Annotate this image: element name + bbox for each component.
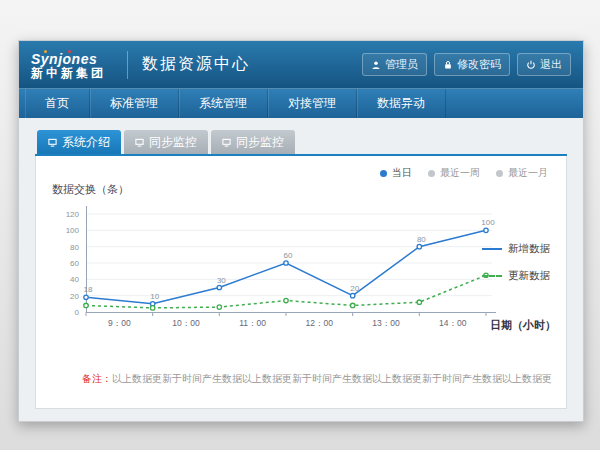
svg-text:60: 60 — [284, 251, 293, 260]
power-icon — [526, 60, 536, 70]
tab-monitor-icon — [48, 138, 57, 147]
logo: Synjones 新中新集团 — [31, 51, 113, 81]
admin-user-button[interactable]: 管理员 — [362, 53, 427, 76]
svg-text:30: 30 — [217, 276, 226, 285]
legend-dot-icon — [380, 170, 387, 177]
header-divider — [127, 51, 128, 79]
series-legend-item-2[interactable]: 更新数据 — [482, 269, 558, 283]
period-legend-label: 当日 — [392, 166, 412, 180]
svg-text:9：00: 9：00 — [108, 318, 131, 328]
period-legend: 当日最近一周最近一月 — [380, 166, 548, 180]
series-legend-item-1[interactable]: 新增数据 — [482, 242, 558, 256]
tab-1[interactable]: 系统介绍 — [37, 130, 121, 154]
nav-item-2[interactable]: 标准管理 — [90, 89, 179, 118]
svg-text:80: 80 — [417, 235, 426, 244]
line-chart: 0204060801001209：0010：0011：0012：0013：001… — [46, 200, 516, 350]
tab-monitor-icon — [135, 138, 144, 147]
app-title: 数据资源中心 — [142, 54, 250, 75]
logo-dot-red-icon — [68, 50, 71, 53]
svg-text:14：00: 14：00 — [439, 318, 467, 328]
header-actions: 管理员 修改密码 退出 — [362, 53, 571, 76]
nav-item-1[interactable]: 首页 — [25, 89, 90, 118]
series-legend: 新增数据更新数据 — [482, 242, 558, 296]
footnote-text: 以上数据更新于时间产生数据以上数据更新于时间产生数据以上数据更新于时间产生数据以… — [112, 373, 552, 384]
logout-button[interactable]: 退出 — [517, 53, 571, 76]
logo-text-en: Synjones — [31, 51, 113, 67]
nav-item-3[interactable]: 系统管理 — [179, 89, 268, 118]
period-legend-item-3[interactable]: 最近一月 — [496, 166, 548, 180]
x-axis-label: 日期（小时） — [490, 318, 556, 333]
period-legend-item-1[interactable]: 当日 — [380, 166, 412, 180]
period-legend-label: 最近一周 — [440, 166, 480, 180]
nav-item-5[interactable]: 数据异动 — [357, 89, 446, 118]
change-password-button[interactable]: 修改密码 — [434, 53, 510, 76]
svg-text:13：00: 13：00 — [372, 318, 400, 328]
series-legend-label: 更新数据 — [508, 269, 550, 283]
chart-panel: 当日最近一周最近一月 数据交换（条） 0204060801001209：0010… — [35, 156, 567, 409]
desktop: { "header": { "logo_line1": "Synjones", … — [0, 0, 600, 450]
tab-3[interactable]: 同步监控 — [211, 130, 295, 154]
tab-label: 同步监控 — [149, 134, 197, 151]
logout-label: 退出 — [540, 57, 562, 72]
footnote: 备注：以上数据更新于时间产生数据以上数据更新于时间产生数据以上数据更新于时间产生… — [82, 372, 552, 386]
svg-text:12：00: 12：00 — [306, 318, 334, 328]
period-legend-label: 最近一月 — [508, 166, 548, 180]
svg-text:11：00: 11：00 — [239, 318, 266, 328]
period-legend-item-2[interactable]: 最近一周 — [428, 166, 480, 180]
legend-dot-icon — [428, 170, 435, 177]
svg-text:60: 60 — [70, 259, 79, 268]
svg-text:10: 10 — [150, 292, 159, 301]
svg-text:80: 80 — [70, 243, 79, 252]
series-line-sample-icon — [482, 275, 502, 277]
svg-text:20: 20 — [350, 284, 359, 293]
series-legend-label: 新增数据 — [508, 242, 550, 256]
chart-title: 数据交换（条） — [52, 182, 129, 197]
app-header: Synjones 新中新集团 数据资源中心 管理员 修改密码 退出 — [19, 41, 583, 88]
series-line-1 — [86, 230, 486, 304]
tab-label: 同步监控 — [236, 134, 284, 151]
svg-text:0: 0 — [75, 308, 80, 317]
main-nav: 首页标准管理系统管理对接管理数据异动 — [19, 88, 583, 118]
content-area: 系统介绍同步监控同步监控 当日最近一周最近一月 数据交换（条） 02040608… — [19, 118, 583, 409]
svg-text:20: 20 — [70, 292, 79, 301]
user-icon — [371, 60, 381, 70]
nav-item-4[interactable]: 对接管理 — [268, 89, 357, 118]
svg-text:10：00: 10：00 — [172, 318, 200, 328]
tab-bar: 系统介绍同步监控同步监控 — [35, 130, 567, 156]
svg-text:100: 100 — [481, 218, 495, 227]
legend-dot-icon — [496, 170, 503, 177]
svg-text:18: 18 — [84, 285, 93, 294]
admin-user-label: 管理员 — [385, 57, 418, 72]
change-password-label: 修改密码 — [457, 57, 501, 72]
series-line-sample-icon — [482, 248, 502, 250]
tab-label: 系统介绍 — [62, 134, 110, 151]
svg-text:40: 40 — [70, 275, 79, 284]
svg-text:120: 120 — [66, 210, 80, 219]
tab-2[interactable]: 同步监控 — [124, 130, 208, 154]
tab-monitor-icon — [222, 138, 231, 147]
app-window: Synjones 新中新集团 数据资源中心 管理员 修改密码 退出 首页标准管理… — [18, 40, 584, 422]
lock-icon — [443, 60, 453, 70]
footnote-label: 备注： — [82, 373, 112, 384]
logo-dot-orange-icon — [44, 50, 47, 53]
svg-text:100: 100 — [66, 226, 80, 235]
logo-text-cn: 新中新集团 — [31, 67, 113, 81]
